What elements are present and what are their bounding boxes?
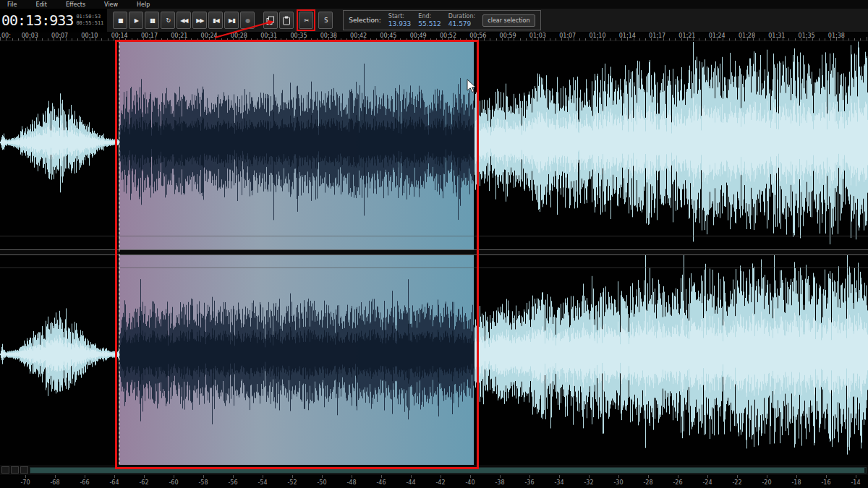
ruler-label: 00:24 [201, 33, 218, 39]
ruler-tick [741, 38, 741, 40]
db-label: -22 [732, 479, 741, 486]
ruler-tick [101, 38, 102, 40]
db-tick [441, 475, 441, 478]
db-label: -68 [50, 479, 59, 486]
ruler-tick [777, 37, 778, 40]
view-mini-button-2[interactable] [11, 466, 19, 474]
menu-help[interactable]: Help [137, 1, 150, 8]
ruler-tick [705, 38, 706, 40]
ruler-tick [12, 38, 13, 40]
horizontal-scrollbar[interactable] [30, 467, 867, 474]
ruler-tick [472, 38, 473, 40]
db-tick [737, 475, 738, 478]
ruler-tick [520, 38, 521, 40]
ruler-tick [627, 37, 628, 40]
record-icon: ● [245, 17, 250, 24]
ruler-tick [30, 37, 30, 40]
ruler-tick [119, 37, 120, 40]
scissors-icon: ✂ [304, 17, 308, 24]
paste-button[interactable] [279, 12, 294, 29]
ruler-tick [574, 38, 574, 40]
db-label: -16 [821, 479, 830, 486]
ruler-tick [215, 38, 216, 40]
pause-icon: ▮▮ [150, 17, 155, 24]
play-button[interactable]: ▶ [129, 12, 143, 29]
scrollbar-thumb[interactable] [30, 468, 864, 473]
selection-field-start: Start:13.933 [388, 13, 412, 27]
cut-button[interactable]: ✂ [299, 12, 313, 29]
ruler-tick [675, 38, 676, 40]
ruler-tick [788, 38, 789, 40]
ruler-label: 01:03 [529, 33, 546, 39]
ruler-tick [645, 38, 646, 40]
go-to-end-button[interactable]: ▶▮ [224, 12, 239, 29]
db-label: -56 [228, 479, 237, 486]
ruler-tick [616, 38, 616, 40]
view-mini-button-3[interactable] [20, 466, 28, 474]
menu-effects[interactable]: Effects [66, 1, 85, 8]
db-label: -50 [317, 479, 326, 486]
ruler-tick [400, 38, 401, 40]
db-tick [500, 475, 501, 478]
db-label: -64 [109, 479, 119, 486]
selection-info-panel: Selection: Start:13.933End:55.512Duratio… [343, 10, 540, 30]
ruler-tick [418, 37, 419, 40]
ruler-label: 01:17 [649, 33, 665, 39]
time-secondary: 01:50:53 00:55:511 [76, 14, 103, 27]
db-tick [25, 475, 26, 478]
fast-forward-button[interactable]: ▶▶ [192, 12, 207, 29]
clear-selection-button[interactable]: clear selection [482, 14, 535, 27]
db-label: -44 [406, 479, 415, 486]
rewind-button[interactable]: ◀◀ [176, 12, 191, 29]
ruler-tick [442, 38, 443, 40]
ruler-tick [634, 38, 634, 40]
ruler-tick [639, 38, 640, 40]
pause-button[interactable]: ▮▮ [145, 12, 159, 29]
db-label: -60 [169, 479, 178, 486]
view-mini-button-1[interactable] [1, 466, 9, 474]
waveform-area [0, 41, 868, 465]
ruler-tick [394, 38, 395, 40]
db-tick [856, 475, 856, 478]
db-label: -66 [80, 479, 89, 486]
ruler-label: 01:28 [739, 33, 755, 39]
ruler-tick [484, 38, 485, 40]
go-to-start-button[interactable]: ▮◀ [208, 12, 223, 29]
ruler-tick [143, 38, 144, 40]
waveform-canvas[interactable] [0, 41, 868, 465]
record-button[interactable]: ● [240, 12, 255, 29]
menu-file[interactable]: File [7, 1, 17, 8]
db-label: -30 [613, 479, 623, 486]
ruler-tick [286, 38, 287, 40]
edit-buttons: ✂ S [263, 9, 333, 31]
menu-edit[interactable]: Edit [35, 1, 47, 8]
ruler-tick [84, 38, 85, 40]
ruler-tick [24, 38, 25, 40]
selection-field-label: End: [418, 13, 441, 20]
copy-button[interactable] [263, 12, 278, 29]
ruler-tick [108, 38, 109, 40]
ruler-tick [352, 38, 353, 40]
ruler-tick [317, 38, 318, 40]
selection-panel-label: Selection: [349, 17, 381, 24]
db-label: -28 [643, 479, 652, 486]
ruler-tick [658, 37, 658, 40]
ruler-tick [221, 38, 222, 40]
ruler-tick [687, 37, 688, 40]
db-label: -26 [673, 479, 682, 486]
menu-view[interactable]: View [104, 1, 118, 8]
ruler-tick [819, 38, 820, 40]
ruler-label: 01:07 [559, 33, 576, 39]
timeline-ruler[interactable]: 00: 00:0300:0700:1000:1400:1700:2100:240… [0, 33, 868, 41]
ruler-tick [0, 37, 1, 40]
loop-button[interactable]: ↻ [161, 12, 175, 29]
ruler-tick [293, 38, 294, 40]
s-button[interactable]: S [318, 12, 333, 29]
ruler-tick [621, 38, 622, 40]
ruler-tick [150, 37, 150, 40]
stop-button[interactable]: ■ [113, 12, 127, 29]
time-display: 00:13:933 01:50:53 00:55:511 [0, 9, 107, 32]
ruler-tick [269, 37, 270, 40]
ruler-tick [251, 38, 252, 40]
menu-bar: FileEditEffectsViewHelp [0, 0, 868, 9]
